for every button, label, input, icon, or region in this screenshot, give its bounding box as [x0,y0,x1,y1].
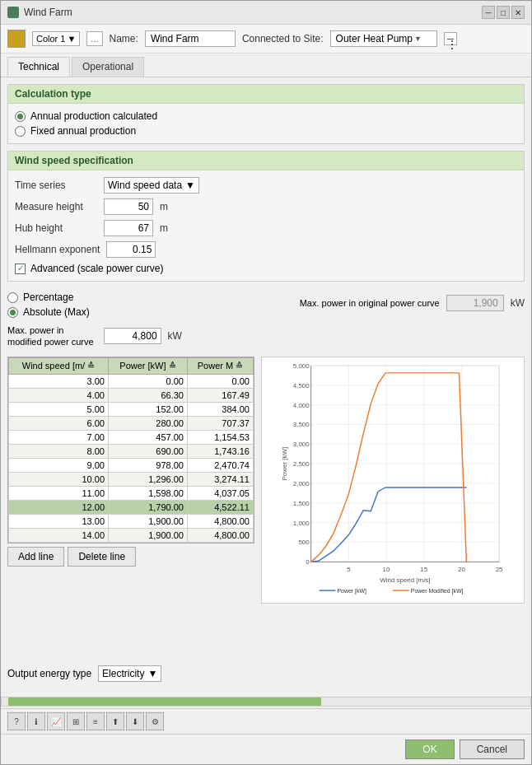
wind-speed-header: Wind speed specification [8,152,524,170]
power-radio-col: Percentage Absolute (Max) Max. power inm… [7,292,182,353]
cancel-button[interactable]: Cancel [460,739,525,759]
svg-text:25: 25 [496,566,503,573]
radio-absolute[interactable]: Absolute (Max) [7,306,182,318]
delete-line-button[interactable]: Delete line [68,547,136,567]
chart-area: 5,000 4,500 4,000 3,500 3,000 2,500 2,00… [261,357,525,659]
chart-svg: 5,000 4,500 4,000 3,500 3,000 2,500 2,00… [262,357,524,603]
connected-value: Outer Heat Pump [336,33,413,44]
scrollbar-thumb [8,697,321,706]
max-power-modified-row: Max. power inmodified power curve kW [7,324,182,348]
tab-technical[interactable]: Technical [7,57,70,77]
output-energy-row: Output energy type Electricity ▼ [7,665,525,682]
svg-text:Power [kW]: Power [kW] [337,588,366,595]
color-swatch[interactable] [7,30,26,48]
table-scroll[interactable]: Wind speed [m/ ≙ Power [kW] ≙ Power M ≙ … [7,357,254,543]
list-btn[interactable]: ≡ [86,712,105,730]
time-series-value: Wind speed data [108,180,182,191]
svg-text:Power Modified [kW]: Power Modified [kW] [411,588,464,595]
import-btn[interactable]: ⬇ [126,712,144,730]
table-row[interactable]: 7.00457.001,154.53 [9,430,254,444]
table-row[interactable]: 8.00690.001,743.16 [9,444,254,458]
color-dropdown[interactable]: Color 1 ▼ [32,31,80,46]
table-row[interactable]: 5.00152.00384.00 [9,402,254,416]
table-row[interactable]: 10.001,296.003,274.11 [9,472,254,486]
hub-height-input[interactable] [104,220,153,236]
max-power-modified-unit: kW [168,330,182,342]
radio-annual[interactable]: Annual production calculated [15,110,517,122]
advanced-checkbox-row[interactable]: Advanced (scale power curve) [15,263,517,274]
info-btn[interactable]: ℹ [27,712,45,730]
horizontal-scrollbar[interactable] [1,697,531,707]
measure-height-input[interactable] [104,198,153,215]
table-row[interactable]: 11.001,598.004,037.05 [9,486,254,500]
output-energy-value: Electricity [102,668,144,679]
name-input[interactable] [145,30,236,47]
table-row[interactable]: 4.0066.30167.49 [9,388,254,402]
time-series-dropdown[interactable]: Wind speed data ▼ [104,177,199,194]
chart-btn[interactable]: 📈 [47,712,65,730]
advanced-label: Advanced (scale power curve) [30,263,163,274]
table-row[interactable]: 3.000.000.00 [9,374,254,388]
calculation-type-header: Calculation type [8,85,524,104]
main-window: Wind Farm ─ □ ✕ Color 1 ▼ ... Name: Conn… [0,0,532,765]
original-power-unit: kW [511,297,525,309]
hub-height-row: Hub height m [15,220,517,236]
wind-speed-body: Time series Wind speed data ▼ Measure he… [8,170,524,281]
wind-speed-section: Wind speed specification Time series Win… [7,151,525,282]
svg-text:2,500: 2,500 [293,460,310,468]
hellmann-input[interactable] [106,241,156,258]
title-bar-left: Wind Farm [7,7,72,18]
original-power-col: Max. power in original power curve kW [300,292,525,311]
help-btn[interactable]: ? [7,712,26,730]
radio-annual-circle [15,111,26,122]
calculation-radio-group: Annual production calculated Fixed annua… [15,110,517,137]
radio-fixed[interactable]: Fixed annual production [15,125,517,137]
connected-dropdown[interactable]: Outer Heat Pump ▼ [330,30,437,47]
radio-annual-label: Annual production calculated [30,110,157,122]
table-row[interactable]: 6.00280.00707.37 [9,416,254,430]
table-row[interactable]: 12.001,790.004,522.11 [9,500,254,514]
export-btn[interactable]: ⬆ [106,712,124,730]
connected-dropdown-arrow: ▼ [414,35,422,43]
advanced-checkbox[interactable] [15,264,26,274]
hub-height-unit: m [160,222,168,234]
minimize-button[interactable]: ─ [482,6,495,19]
table-row[interactable]: 9.00978.002,470.74 [9,458,254,472]
original-power-label: Max. power in original power curve [300,298,440,308]
settings-btn[interactable]: ⚙ [146,712,164,730]
action-buttons: OK Cancel [1,734,531,764]
grid-btn[interactable]: ⊞ [67,712,85,730]
menu-dot1: ⋮ [447,39,454,40]
svg-text:1,000: 1,000 [293,519,310,526]
max-power-modified-input[interactable] [104,328,161,344]
toolbar: Color 1 ▼ ... Name: Connected to Site: O… [1,25,531,54]
output-energy-dropdown[interactable]: Electricity ▼ [98,665,161,682]
radio-percentage-circle [7,292,18,303]
more-button[interactable]: ... [86,31,102,46]
radio-absolute-label: Absolute (Max) [23,306,90,318]
radio-percentage[interactable]: Percentage [7,292,182,303]
time-series-label: Time series [15,180,97,191]
svg-text:1,500: 1,500 [293,499,310,506]
radio-fixed-circle [15,126,26,137]
close-button[interactable]: ✕ [511,6,525,19]
svg-text:4,500: 4,500 [293,381,310,389]
tab-content: Calculation type Annual production calcu… [1,77,531,695]
maximize-button[interactable]: □ [497,6,510,19]
table-area: Wind speed [m/ ≙ Power [kW] ≙ Power M ≙ … [7,357,254,659]
menu-button[interactable]: ⋮ [444,32,457,45]
svg-text:15: 15 [420,566,427,573]
power-table: Wind speed [m/ ≙ Power [kW] ≙ Power M ≙ … [8,357,254,543]
col-header-wind: Wind speed [m/ ≙ [9,357,109,374]
ok-button[interactable]: OK [405,739,454,759]
output-energy-label: Output energy type [7,668,91,679]
table-row[interactable]: 13.001,900.004,800.00 [9,514,254,528]
tab-operational[interactable]: Operational [72,57,144,77]
svg-text:0: 0 [306,558,310,566]
svg-text:5: 5 [347,566,351,573]
svg-text:10: 10 [383,566,390,573]
time-series-arrow: ▼ [185,180,195,191]
add-line-button[interactable]: Add line [7,547,64,567]
svg-text:2,000: 2,000 [293,480,310,487]
table-row[interactable]: 14.001,900.004,800.00 [9,528,254,542]
